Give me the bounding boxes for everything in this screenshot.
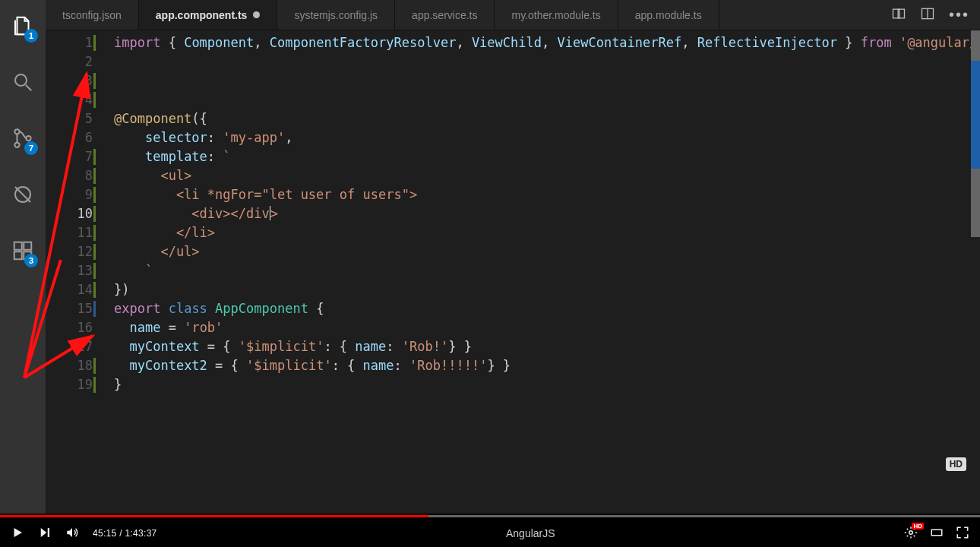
bug-icon: [11, 183, 34, 206]
next-button[interactable]: [38, 526, 52, 542]
line-number: 12: [46, 242, 93, 261]
search-icon: [11, 71, 34, 93]
tab-label: app.component.ts: [156, 9, 248, 21]
svg-rect-5: [14, 242, 22, 250]
editor-column: tsconfig.jsonapp.component.tssystemjs.co…: [46, 0, 980, 514]
video-progress[interactable]: [0, 514, 980, 520]
tab-label: app.module.ts: [635, 9, 702, 21]
tab-app-module-ts[interactable]: app.module.ts: [618, 0, 719, 30]
svg-point-2: [14, 143, 19, 147]
activity-debug[interactable]: [5, 176, 41, 213]
tab-label: systemjs.config.js: [294, 9, 378, 21]
code-line[interactable]: @Component({: [114, 109, 980, 128]
line-number: 3: [46, 71, 93, 90]
svg-point-1: [14, 129, 19, 134]
line-number: 15: [46, 299, 93, 318]
line-number: 17: [46, 337, 93, 356]
volume-button[interactable]: [65, 526, 79, 542]
code-line[interactable]: </li>: [114, 223, 980, 242]
activity-extensions[interactable]: 3: [5, 232, 41, 269]
code-line[interactable]: myContext2 = { '$implicit': { name: 'Rob…: [114, 356, 980, 375]
play-icon: [11, 526, 24, 539]
svg-point-3: [26, 136, 30, 141]
code-line[interactable]: [114, 90, 980, 109]
line-number: 14: [46, 280, 93, 299]
tab-systemjs-config-js[interactable]: systemjs.config.js: [277, 0, 395, 30]
code-line[interactable]: `: [114, 261, 980, 280]
line-number: 16: [46, 318, 93, 337]
tab-my-other-module-ts[interactable]: my.other.module.ts: [495, 0, 618, 30]
hd-indicator: HD: [912, 523, 924, 530]
app-root: 1 7 3 tsconfig.jsonapp.component.tssyste…: [0, 0, 980, 547]
overview-mark: [971, 169, 980, 237]
tab-label: tsconfig.json: [62, 9, 122, 21]
svg-rect-6: [24, 242, 31, 250]
duration: 1:43:37: [125, 528, 156, 539]
svg-rect-17: [931, 530, 942, 536]
progress-played: [0, 515, 428, 517]
activity-search[interactable]: [5, 64, 41, 100]
play-button[interactable]: [11, 526, 24, 542]
vscode-window: 1 7 3 tsconfig.jsonapp.component.tssyste…: [0, 0, 980, 514]
activity-scm-badge: 7: [24, 141, 38, 155]
line-number: 2: [46, 52, 93, 71]
line-number: 7: [46, 147, 93, 166]
text-cursor: [270, 206, 270, 220]
code-line[interactable]: <li *ngFor="let user of users">: [114, 185, 980, 204]
theater-button[interactable]: [930, 526, 944, 542]
settings-button[interactable]: HD: [904, 526, 918, 542]
code-line[interactable]: }): [114, 280, 980, 299]
line-number: 19: [46, 375, 93, 394]
tab-label: my.other.module.ts: [511, 9, 600, 21]
code-line[interactable]: [114, 52, 980, 71]
svg-rect-7: [14, 251, 22, 259]
svg-rect-15: [48, 528, 49, 537]
code-line[interactable]: name = 'rob': [114, 318, 980, 337]
code-line[interactable]: <ul>: [114, 166, 980, 185]
line-number: 5: [46, 109, 93, 128]
code-line[interactable]: import { Component, ComponentFactoryReso…: [114, 33, 980, 52]
activity-explorer-badge: 1: [24, 29, 38, 43]
current-time: 45:15: [93, 528, 117, 539]
code-line[interactable]: <div></div>: [114, 204, 980, 223]
code-area[interactable]: import { Component, ComponentFactoryReso…: [100, 30, 980, 514]
code-line[interactable]: myContext = { '$implicit': { name: 'Rob!…: [114, 337, 980, 356]
tab-scroll: tsconfig.jsonapp.component.tssystemjs.co…: [46, 0, 880, 30]
svg-point-16: [909, 530, 913, 534]
overview-mark: [971, 30, 980, 61]
activity-scm[interactable]: 7: [5, 120, 41, 157]
fullscreen-icon: [956, 526, 969, 539]
line-number: 18: [46, 356, 93, 375]
code-line[interactable]: [114, 71, 980, 90]
code-line[interactable]: export class AppComponent {: [114, 299, 980, 318]
fullscreen-button[interactable]: [956, 526, 969, 542]
video-title: AngularJS: [171, 527, 890, 539]
activity-extensions-badge: 3: [24, 254, 38, 267]
hd-badge: HD: [946, 457, 966, 471]
overview-ruler[interactable]: [971, 30, 980, 514]
line-number: 1: [46, 33, 93, 52]
split-editor-icon[interactable]: [920, 6, 935, 24]
tab-app-service-ts[interactable]: app.service.ts: [395, 0, 495, 30]
code-line[interactable]: </ul>: [114, 242, 980, 261]
volume-icon: [65, 526, 79, 539]
code-line[interactable]: selector: 'my-app',: [114, 128, 980, 147]
line-number: 11: [46, 223, 93, 242]
tab-tsconfig-json[interactable]: tsconfig.json: [46, 0, 139, 30]
line-number: 13: [46, 261, 93, 280]
line-gutter: 12345678910111213141516171819: [46, 30, 100, 514]
dirty-dot-icon: [253, 11, 260, 18]
tab-app-component-ts[interactable]: app.component.ts: [139, 0, 278, 30]
controls-right: HD: [904, 526, 969, 542]
editor[interactable]: 12345678910111213141516171819 import { C…: [46, 30, 980, 514]
open-changes-icon[interactable]: [891, 6, 906, 24]
activity-bar: 1 7 3: [0, 0, 46, 514]
activity-explorer[interactable]: 1: [5, 8, 41, 44]
line-number: 6: [46, 128, 93, 147]
next-icon: [38, 526, 52, 539]
tab-actions: •••: [880, 0, 980, 30]
tab-label: app.service.ts: [412, 9, 477, 21]
code-line[interactable]: template: `: [114, 147, 980, 166]
code-line[interactable]: }: [114, 375, 980, 394]
more-actions-icon[interactable]: •••: [949, 6, 969, 24]
